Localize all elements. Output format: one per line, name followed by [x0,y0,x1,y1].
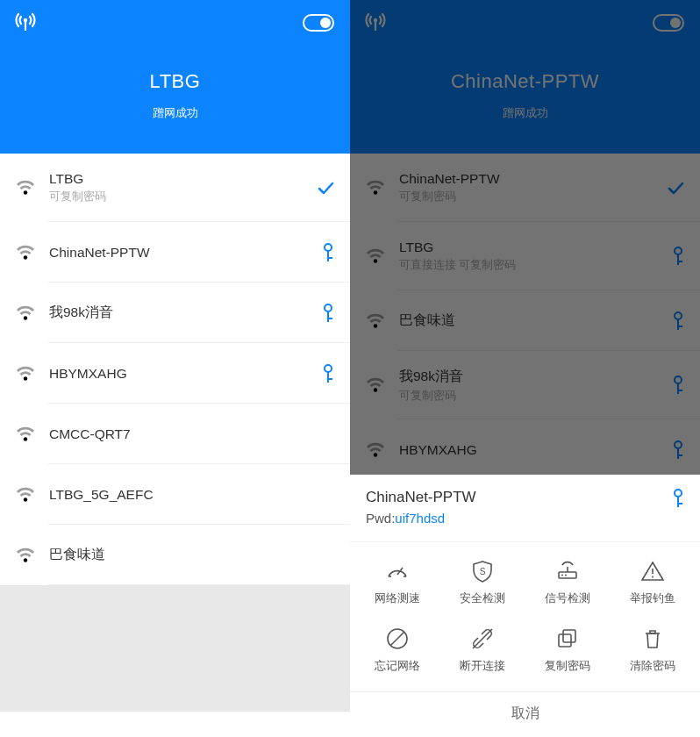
wifi-list: LTBG可复制密码 ChinaNet-PPTW 我98k消音 HBYMXAHG … [0,154,350,585]
header-top-bar [0,0,350,35]
key-icon [322,243,334,262]
wifi-sub: 可复制密码 [49,190,317,204]
forbid-icon [384,626,411,652]
shield-icon: S [469,558,496,584]
action-disconnect[interactable]: 断开连接 [440,626,525,674]
sheet-header: ChinaNet-PPTW Pwd: uif7hdsd [350,475,700,542]
action-label: 信号检测 [545,591,590,606]
trash-icon [639,626,666,652]
sheet-title: ChinaNet-PPTW [366,489,672,506]
key-icon [322,364,334,383]
action-label: 忘记网络 [375,659,420,674]
wifi-icon [16,366,35,382]
action-forget-network[interactable]: 忘记网络 [355,626,440,674]
action-speed-test[interactable]: 网络测速 [355,558,440,606]
list-item[interactable]: ChinaNet-PPTW [0,222,350,283]
header-title: LTBG [0,70,350,93]
svg-point-37 [675,490,682,497]
wifi-name: HBYMXAHG [49,366,322,382]
list-item[interactable]: LTBG_5G_AEFC [0,464,350,525]
disconnect-icon [469,626,496,652]
wifi-icon [16,180,35,196]
wifi-name: CMCC-QRT7 [49,426,334,442]
gauge-icon [384,558,411,584]
action-security-check[interactable]: S 安全检测 [440,558,525,606]
action-label: 网络测速 [375,591,420,606]
list-item[interactable]: LTBG可复制密码 [0,154,350,222]
svg-point-11 [24,376,27,380]
wifi-name: ChinaNet-PPTW [49,245,322,261]
actions-grid: 网络测速 S 安全检测 信号检测 举报钓鱼 忘记网络 [350,542,700,692]
action-label: 安全检测 [460,591,505,606]
list-item[interactable]: CMCC-QRT7 [0,404,350,464]
check-icon [317,179,334,197]
action-label: 断开连接 [460,659,505,674]
action-label: 举报钓鱼 [630,591,675,606]
cancel-button[interactable]: 取消 [350,692,700,737]
svg-point-17 [24,558,27,562]
action-report-phishing[interactable]: 举报钓鱼 [610,558,695,606]
wifi-name: 我98k消音 [49,304,322,322]
svg-point-3 [24,255,27,259]
svg-point-46 [561,575,563,576]
svg-point-16 [24,497,27,501]
svg-line-52 [473,629,492,648]
list-item[interactable]: HBYMXAHG [0,343,350,404]
wifi-icon [16,245,35,261]
list-item[interactable]: 我98k消音 [0,283,350,343]
wifi-icon [16,305,35,321]
header-subtitle: 蹭网成功 [0,105,350,121]
svg-point-15 [24,437,27,440]
svg-point-0 [24,18,27,22]
wifi-name: 巴食味道 [49,546,334,564]
pwd-label: Pwd: [366,511,395,526]
action-clear-password[interactable]: 清除密码 [610,626,695,674]
svg-line-51 [390,632,404,646]
header: LTBG 蹭网成功 [0,0,350,154]
svg-point-2 [24,190,27,194]
warning-icon [639,558,666,584]
list-item[interactable]: 巴食味道 [0,525,350,585]
wifi-toggle[interactable] [303,14,334,32]
action-signal-check[interactable]: 信号检测 [525,558,611,606]
router-icon [554,558,581,584]
svg-point-47 [565,575,567,576]
broadcast-icon [13,11,38,35]
svg-rect-54 [559,634,571,647]
wifi-name: LTBG_5G_AEFC [49,487,334,503]
action-sheet: ChinaNet-PPTW Pwd: uif7hdsd 网络测速 S 安全检测 [350,475,700,737]
wifi-name: LTBG [49,171,317,187]
key-icon [322,304,334,323]
svg-text:S: S [480,567,486,576]
pwd-value: uif7hdsd [395,511,445,526]
svg-point-12 [325,365,332,372]
wifi-icon [16,426,35,442]
action-label: 清除密码 [630,659,675,674]
svg-point-4 [325,244,332,251]
action-copy-password[interactable]: 复制密码 [525,626,611,674]
panel-left: LTBG 蹭网成功 LTBG可复制密码 ChinaNet-PPTW 我98k消音… [0,0,350,737]
action-label: 复制密码 [545,659,590,674]
copy-icon [554,626,581,652]
wifi-icon [16,547,35,563]
svg-point-49 [652,576,654,578]
svg-point-7 [24,316,27,319]
svg-rect-53 [563,630,575,642]
wifi-icon [16,487,35,503]
empty-area [0,585,350,712]
svg-point-8 [325,304,332,311]
panel-right: ChinaNet-PPTW 蹭网成功 ChinaNet-PPTW可复制密码 LT… [350,0,700,737]
key-icon [672,489,684,508]
